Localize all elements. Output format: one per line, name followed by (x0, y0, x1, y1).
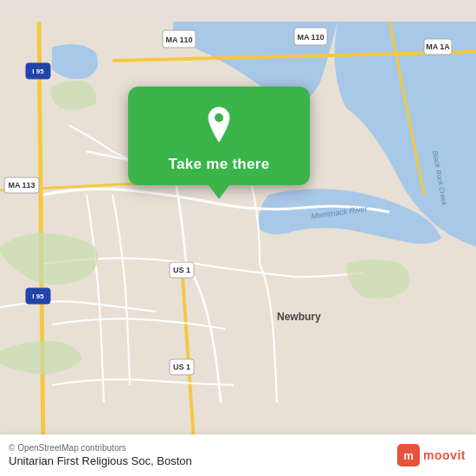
moovit-logo: m moovit (397, 444, 466, 466)
bottom-bar: © OpenStreetMap contributors Unitarian F… (0, 434, 476, 476)
svg-text:MA 1A: MA 1A (426, 42, 450, 51)
svg-text:US 1: US 1 (173, 363, 190, 371)
moovit-brand-text: moovit (423, 448, 466, 462)
svg-text:I 95: I 95 (32, 293, 44, 300)
svg-text:I 95: I 95 (32, 68, 44, 75)
svg-text:m: m (403, 449, 414, 462)
map-background: MA 110 MA 110 MA 1A I 95 MA 113 I 95 US … (0, 0, 476, 476)
svg-text:MA 110: MA 110 (165, 35, 192, 44)
moovit-logo-icon: m (397, 444, 420, 466)
take-me-there-button[interactable]: Take me there (169, 156, 270, 173)
svg-text:MA 113: MA 113 (8, 181, 35, 190)
svg-text:US 1: US 1 (173, 266, 190, 274)
svg-text:Newbury: Newbury (277, 311, 321, 323)
svg-text:MA 110: MA 110 (297, 33, 324, 42)
map-container: MA 110 MA 110 MA 1A I 95 MA 113 I 95 US … (0, 0, 476, 476)
location-pin-icon (198, 104, 240, 145)
svg-point-20 (215, 113, 223, 122)
location-icon-wrapper (196, 102, 241, 147)
popup-card: Take me there (128, 87, 310, 185)
location-label: Unitarian First Religious Soc, Boston (9, 454, 192, 467)
map-attribution: © OpenStreetMap contributors (9, 443, 192, 453)
